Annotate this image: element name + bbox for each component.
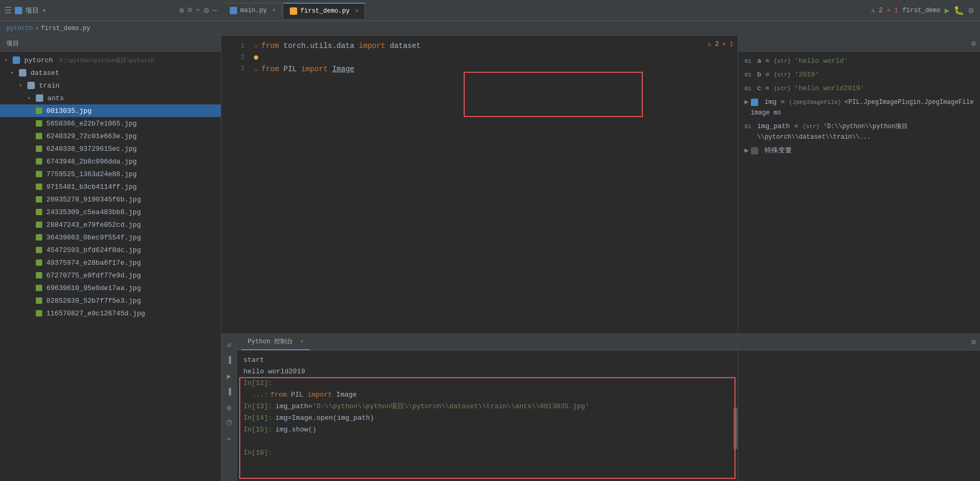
profile-icon[interactable]: ⚙ [968, 5, 974, 16]
error-count-badge: ✕ 1 [887, 6, 898, 14]
console-prompt-in14: In[14]: [243, 413, 272, 424]
console-prompt-in13: In[13]: [243, 401, 272, 412]
console-line-continuation: ...: from PIL import Image [243, 390, 731, 400]
img-file-icon [36, 272, 42, 278]
add-bottom-icon[interactable]: + [223, 433, 236, 446]
console-tab-close[interactable]: × [300, 339, 304, 345]
top-bar-left: ☰ 项目 ▾ ⊕ ≡ ÷ ⚙ — [0, 5, 221, 16]
run-green-icon[interactable]: ▶ [223, 370, 236, 382]
console-prompt-in15: In[15]: [243, 425, 272, 435]
list-icon[interactable]: ≡ [188, 6, 193, 15]
console-prompt-in12: In[12]: [243, 378, 272, 389]
line-number-2: 2 [226, 54, 244, 61]
img-file-icon [36, 120, 42, 127]
line-number-3: 3 [226, 65, 244, 73]
breadcrumb-pytorch[interactable]: pytorch [6, 25, 33, 32]
warning-dot [254, 55, 258, 60]
tree-item-file-69639610[interactable]: 69639610_95e0de17aa.jpg [0, 282, 221, 294]
debug-panel: ⚙ 01 a = {str} 'hello world' 01 [738, 36, 980, 333]
tree-item-file-67270775[interactable]: 67270775_e9fdf77e9d.jpg [0, 269, 221, 282]
split-icon[interactable]: ÷ [195, 6, 201, 15]
tab-first-demo[interactable]: first_demo.py × [283, 3, 365, 18]
left-action-bar: ↺ ▐ ▶ ▐ ⚙ ⏱ + [221, 334, 237, 481]
python-file-active-icon [290, 7, 297, 15]
settings-debug-bottom-icon[interactable]: ⚙ [972, 338, 976, 347]
expand-img-icon[interactable]: ▶ [744, 97, 749, 108]
img-var-icon [751, 99, 758, 106]
tree-item-file-116570827[interactable]: 116570827_e9c126745d.jpg [0, 307, 221, 320]
settings-bottom-icon[interactable]: ⚙ [223, 401, 236, 414]
tree-item-file-5650366[interactable]: 5650366_e22b7e1065.jpg [0, 117, 221, 130]
breadcrumb-file: first_demo.py [41, 25, 91, 32]
add-icon[interactable]: ⊕ [179, 5, 184, 16]
tree-label-file-5650366: 5650366_e22b7e1065.jpg [46, 120, 137, 128]
hamburger-icon[interactable]: ☰ [4, 5, 12, 16]
tree-label-file-36439863: 36439863_0bec9f554f.jpg [46, 234, 141, 242]
code-line-3: 3 ◇ from PIL import Image [221, 63, 738, 75]
stop-icon[interactable]: ▐ [223, 354, 236, 367]
chevron-ants: ▾ [27, 95, 34, 101]
tab-first-demo-close[interactable]: × [355, 8, 359, 14]
tab-first-demo-label: first_demo.py [300, 7, 350, 15]
debug-icon[interactable]: 🐛 [954, 5, 964, 16]
code-line-1: 1 ◇ from torch.utils.data import dataset [221, 40, 738, 52]
tree-label-file-45472593: 45472593_bfd624f8dc.jpg [46, 246, 141, 254]
debug-var-img-path: 01 img_path = {str} 'D:\\python\\python项… [744, 121, 974, 142]
console-line-start: start [243, 355, 731, 365]
settings-gear-icon[interactable]: ⚙ [972, 39, 976, 48]
tree-item-ants[interactable]: ▾ ants [0, 92, 221, 104]
img-file-icon [36, 146, 42, 152]
debug-var-a: 01 a = {str} 'hello world' [744, 56, 974, 66]
scrollbar-thumb[interactable] [733, 407, 738, 449]
tree-item-file-9715481[interactable]: 9715481_b3cb4114ff.jpg [0, 180, 221, 193]
tree-item-file-45472593[interactable]: 45472593_bfd624f8dc.jpg [0, 244, 221, 256]
restart-icon[interactable]: ↺ [223, 338, 236, 351]
tree-item-dataset[interactable]: ▾ dataset [0, 66, 221, 79]
tree-label-file-20935278: 20935278_9190345f6b.jpg [46, 196, 141, 204]
tree-item-pytorch[interactable]: ▾ pytorch D:\python\python项目\pytorch [0, 54, 221, 66]
warn-count-badge: ⚠ 2 [871, 6, 883, 14]
file-tree[interactable]: ▾ pytorch D:\python\python项目\pytorch ▾ d… [0, 52, 221, 481]
img-file-icon [36, 234, 42, 240]
bottom-area: ↺ ▐ ▶ ▐ ⚙ ⏱ + Python 控制台 × [221, 333, 980, 481]
code-editor[interactable]: 1 ◇ from torch.utils.data import dataset… [221, 36, 738, 333]
tab-main[interactable]: main.py × [223, 3, 282, 18]
img-file-icon [36, 222, 42, 228]
console-output[interactable]: start hello world2019 In[12]: ...: from … [237, 351, 738, 481]
tree-label-file-9715481: 9715481_b3cb4114ff.jpg [46, 183, 137, 191]
img-file-icon [36, 310, 42, 316]
tree-item-file-6240329[interactable]: 6240329_72c01e663e.jpg [0, 130, 221, 142]
tree-item-file-6240338[interactable]: 6240338_93729615ec.jpg [0, 142, 221, 155]
tree-item-file-6743948[interactable]: 6743948_2b8c096dda.jpg [0, 155, 221, 168]
tree-label-ants: ants [47, 94, 64, 102]
tree-item-file-49375974[interactable]: 49375974_e28ba6f17e.jpg [0, 256, 221, 269]
tab-python-console[interactable]: Python 控制台 × [241, 334, 310, 350]
tree-item-file-82852639[interactable]: 82852639_52b7f7f5e3.jpg [0, 294, 221, 307]
tree-item-file-28847243[interactable]: 28847243_e79fe052cd.jpg [0, 218, 221, 231]
tree-item-file-24335309[interactable]: 24335309_c5ea483bb8.jpg [0, 206, 221, 218]
tab-main-close[interactable]: × [272, 7, 276, 14]
tree-label-file-6240338: 6240338_93729615ec.jpg [46, 145, 137, 153]
console-line-in15: In[15]: img.show() [243, 425, 731, 435]
settings-icon[interactable]: ⚙ [204, 5, 209, 16]
tree-label-file-0013035: 0013035.jpg [46, 107, 92, 115]
run-icon[interactable]: ▶ [945, 5, 950, 16]
debug-bottom-header: ⚙ [738, 334, 980, 351]
minimize-icon[interactable]: — [212, 6, 217, 15]
debug-step-icon[interactable]: ▐ [223, 386, 236, 398]
tree-label-file-6240329: 6240329_72c01e663e.jpg [46, 132, 137, 140]
tree-item-file-36439863[interactable]: 36439863_0bec9f554f.jpg [0, 231, 221, 244]
chevron-down-icon[interactable]: ▾ [42, 6, 46, 15]
chevron-pytorch: ▾ [4, 57, 11, 63]
tree-item-file-20935278[interactable]: 20935278_9190345f6b.jpg [0, 193, 221, 206]
tree-item-file-7759525[interactable]: 7759525_1363d24e88.jpg [0, 168, 221, 180]
tree-item-file-0013035[interactable]: 0013035.jpg [0, 104, 221, 117]
chevron-train: ▾ [19, 82, 25, 89]
clock-icon[interactable]: ⏱ [223, 417, 236, 430]
tree-item-train[interactable]: ▾ train [0, 79, 221, 92]
pytorch-path: D:\python\python项目\pytorch [60, 56, 154, 64]
tree-label-file-28847243: 28847243_e79fe052cd.jpg [46, 221, 141, 229]
expand-special-icon[interactable]: ▶ [744, 146, 749, 156]
img-file-icon [36, 171, 42, 177]
tree-label-pytorch: pytorch [24, 56, 53, 64]
